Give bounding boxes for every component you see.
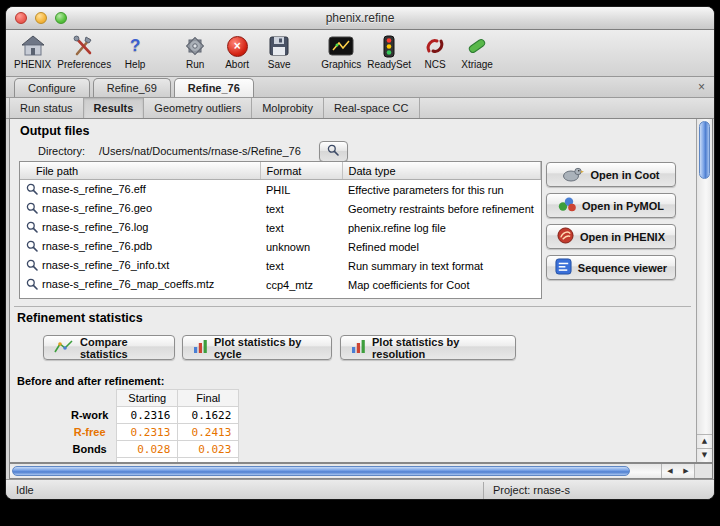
status-divider xyxy=(483,482,484,499)
compare-statistics-button[interactable]: Compare statistics xyxy=(43,335,175,360)
scroll-left-button[interactable]: ◀ xyxy=(662,464,678,478)
subtab-real-space-cc[interactable]: Real-space CC xyxy=(324,98,420,118)
file-name: rnase-s_refine_76.eff xyxy=(42,183,146,195)
open-in-coot-button[interactable]: Open in Coot xyxy=(546,162,676,187)
stats-row: Angles 4.517 2.010 xyxy=(63,458,239,463)
file-data-type: Run summary in text format xyxy=(342,256,541,275)
horizontal-scrollbar[interactable]: ◀ ▶ xyxy=(9,463,713,479)
file-row[interactable]: rnase-s_refine_76.pdb unknown Refined mo… xyxy=(20,237,541,256)
stats-row-label: Angles xyxy=(63,458,117,463)
file-format: PHIL xyxy=(260,180,342,200)
subtab-geometry-outliers[interactable]: Geometry outliers xyxy=(144,98,252,118)
ncs-icon xyxy=(424,34,446,58)
phenix-home-icon xyxy=(21,34,45,58)
results-tab-bar: Run status Results Geometry outliers Mol… xyxy=(6,98,714,119)
window-title: phenix.refine xyxy=(326,11,395,25)
before-after-label: Before and after refinement: xyxy=(17,375,164,387)
directory-value: /Users/nat/Documents/rnase-s/Refine_76 xyxy=(99,145,301,157)
vertical-scrollbar-thumb[interactable] xyxy=(699,121,710,179)
phenix-refine-window: phenix.refine PHENIX Preferences ? Help … xyxy=(5,6,715,500)
file-format: unknown xyxy=(260,237,342,256)
sequence-viewer-button[interactable]: Sequence viewer xyxy=(546,255,676,280)
close-button[interactable] xyxy=(15,12,27,24)
subtab-results[interactable]: Results xyxy=(84,98,145,118)
preferences-tools-icon xyxy=(72,34,96,58)
toolbar-button-abort[interactable]: × Abort xyxy=(219,34,255,70)
magnifier-icon xyxy=(26,259,38,273)
plot-statistics-by-cycle-button[interactable]: Plot statistics by cycle xyxy=(182,335,332,360)
action-label: Open in Coot xyxy=(590,169,659,181)
plot-statistics-by-resolution-button[interactable]: Plot statistics by resolution xyxy=(340,335,516,360)
stats-value: 4.517 xyxy=(117,458,178,463)
results-content: Output files Directory: /Users/nat/Docum… xyxy=(10,119,697,462)
open-in-phenix-button[interactable]: Open in PHENIX xyxy=(546,224,676,249)
toolbar-button-readyset[interactable]: ReadySet xyxy=(367,34,411,70)
scrollbar-corner xyxy=(694,464,712,478)
bar-chart-icon xyxy=(193,339,208,356)
file-format: ccp4_mtz xyxy=(260,275,342,294)
vertical-scrollbar[interactable]: ▲ ▼ xyxy=(696,119,712,462)
toolbar: PHENIX Preferences ? Help Run × Abort S xyxy=(6,30,714,77)
toolbar-button-xtriage[interactable]: Xtriage xyxy=(459,34,495,70)
column-header-format[interactable]: Format xyxy=(260,162,342,180)
file-data-type: Geometry restraints before refinement xyxy=(342,199,541,218)
file-row[interactable]: rnase-s_refine_76_info.txt text Run summ… xyxy=(20,256,541,275)
open-in-pymol-button[interactable]: Open in PyMOL xyxy=(546,193,676,218)
action-label: Sequence viewer xyxy=(578,262,667,274)
compare-chart-icon xyxy=(54,339,74,356)
traffic-lights xyxy=(15,12,67,24)
help-icon: ? xyxy=(130,34,140,58)
toolbar-button-ncs[interactable]: NCS xyxy=(417,34,453,70)
minimize-button[interactable] xyxy=(35,12,47,24)
file-row[interactable]: rnase-s_refine_76_map_coeffs.mtz ccp4_mt… xyxy=(20,275,541,294)
file-data-type: Map coefficients for Coot xyxy=(342,275,541,294)
magnifier-icon xyxy=(26,183,38,197)
scroll-down-button[interactable]: ▼ xyxy=(697,448,712,462)
column-header-file-path[interactable]: File path xyxy=(20,162,260,180)
sequence-icon xyxy=(555,258,572,277)
subtab-molprobity[interactable]: Molprobity xyxy=(252,98,324,118)
stats-value: 0.2316 xyxy=(117,407,178,424)
browse-directory-button[interactable] xyxy=(319,141,348,162)
toolbar-button-graphics[interactable]: Graphics xyxy=(321,34,361,70)
file-format: text xyxy=(260,256,342,275)
refinement-stats-table: Starting Final R-work 0.2316 0.1622 R-fr… xyxy=(63,389,239,462)
stats-row: Bonds 0.028 0.023 xyxy=(63,441,239,458)
readyset-traffic-light-icon xyxy=(382,34,396,58)
status-text: Idle xyxy=(16,484,34,496)
toolbar-button-phenix[interactable]: PHENIX xyxy=(14,34,51,70)
toolbar-button-help[interactable]: ? Help xyxy=(117,34,153,70)
action-label: Open in PyMOL xyxy=(582,200,664,212)
close-tab-icon[interactable]: × xyxy=(698,80,705,94)
phenix-logo-icon xyxy=(557,227,574,246)
directory-row: Directory: /Users/nat/Documents/rnase-s/… xyxy=(38,141,348,161)
toolbar-button-preferences[interactable]: Preferences xyxy=(57,34,111,70)
toolbar-button-save[interactable]: Save xyxy=(261,34,297,70)
stats-column-starting: Starting xyxy=(117,390,178,407)
tab-refine-76[interactable]: Refine_76 xyxy=(174,78,254,97)
zoom-button[interactable] xyxy=(55,12,67,24)
subtab-run-status[interactable]: Run status xyxy=(9,98,84,118)
tab-configure[interactable]: Configure xyxy=(14,78,90,97)
column-header-data-type[interactable]: Data type xyxy=(342,162,541,180)
file-data-type: phenix.refine log file xyxy=(342,218,541,237)
run-gear-icon xyxy=(184,34,206,58)
file-row[interactable]: rnase-s_refine_76.eff PHIL Effective par… xyxy=(20,180,541,200)
file-data-type: Refined model xyxy=(342,237,541,256)
toolbar-label: Help xyxy=(125,59,146,70)
scroll-right-button[interactable]: ▶ xyxy=(678,464,694,478)
titlebar[interactable]: phenix.refine xyxy=(6,7,714,30)
file-row[interactable]: rnase-s_refine_76.geo text Geometry rest… xyxy=(20,199,541,218)
scroll-up-button[interactable]: ▲ xyxy=(697,434,712,448)
tab-refine-69[interactable]: Refine_69 xyxy=(93,78,171,97)
file-name: rnase-s_refine_76.geo xyxy=(42,202,152,214)
magnifier-icon xyxy=(26,202,38,216)
file-row[interactable]: rnase-s_refine_76.log text phenix.refine… xyxy=(20,218,541,237)
file-name: rnase-s_refine_76.pdb xyxy=(42,240,152,252)
button-label: Compare statistics xyxy=(80,336,164,360)
refinement-statistics-section-title: Refinement statistics xyxy=(17,311,143,325)
project-label: Project: rnase-s xyxy=(493,484,570,496)
magnifier-icon xyxy=(327,144,339,158)
horizontal-scrollbar-thumb[interactable] xyxy=(12,466,630,476)
toolbar-button-run[interactable]: Run xyxy=(177,34,213,70)
